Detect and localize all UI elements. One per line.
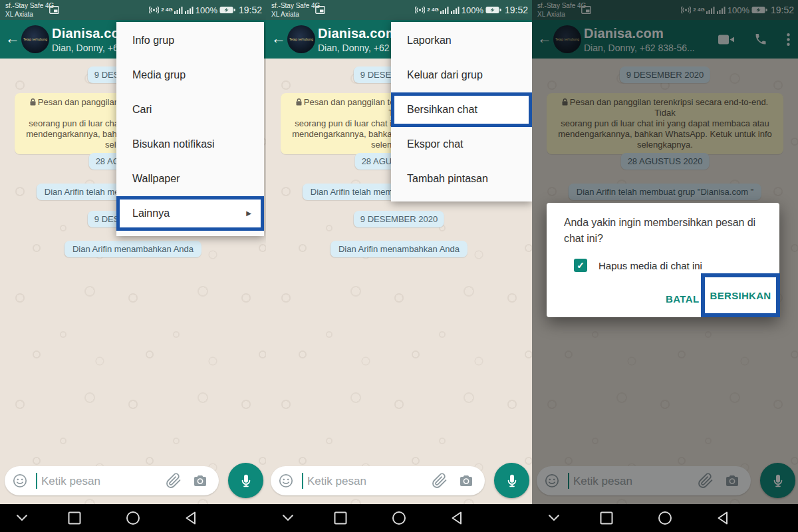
carrier-label: sf.-Stay Safe 4G XL Axiata [5,1,54,19]
sim-indicator: 2 4G [161,7,172,13]
mic-icon [237,472,255,489]
battery-percent: 100% [196,5,217,15]
group-avatar[interactable]: Tetap terhubung [287,25,315,53]
carrier-label: sf.-Stay Safe 4G XL Axiata [271,1,320,19]
menu-item-laporkan[interactable]: Laporkan [391,23,532,58]
dialog-checkbox-row[interactable]: ✓ Hapus media di chat ini [574,259,702,272]
menu-item-label: Lainnya [132,207,170,219]
recents-icon[interactable] [332,510,348,526]
clock: 19:52 [505,5,528,15]
mic-button[interactable] [228,463,263,498]
overflow-menu: Info grup Media grup Cari Bisukan notifi… [116,22,264,236]
screencast-icon [49,6,59,14]
android-navbar [0,504,266,532]
status-bar: sf.-Stay Safe 4G XL Axiata 2 4G 100% 19:… [266,0,532,20]
signal-bars-icon [440,6,449,14]
menu-item-tambah-pintasan[interactable]: Tambah pintasan [391,162,532,196]
back-nav-icon[interactable] [450,510,466,526]
back-arrow-icon[interactable]: ← [271,29,286,48]
lock-icon [30,98,36,106]
signal-bars-icon [185,6,194,14]
submenu-arrow-icon: ▶ [246,200,251,227]
home-icon[interactable] [125,510,141,526]
lock-icon [296,98,302,106]
back-nav-icon[interactable] [716,510,732,526]
screencast-icon [315,6,325,14]
emoji-icon[interactable] [11,472,29,489]
menu-item-cari[interactable]: Cari [116,92,264,127]
recents-icon[interactable] [598,510,614,526]
confirm-highlight-box: BERSIHKAN [701,273,780,317]
more-submenu: Laporkan Keluar dari grup Bersihkan chat… [391,22,532,201]
signal-bars-icon [174,6,183,14]
android-navbar [266,504,532,532]
menu-item-bersihkan-chat[interactable]: Bersihkan chat [391,92,532,127]
text-cursor [36,473,37,489]
hide-nav-icon[interactable] [547,514,561,522]
message-composer[interactable] [5,466,219,495]
menu-item-media-grup[interactable]: Media grup [116,58,264,92]
hotspot-icon [149,5,159,15]
date-chip: 9 DESEMBER 2020 [354,211,444,227]
hide-nav-icon[interactable] [15,514,29,522]
hotspot-icon [415,5,425,15]
screenshot-step-2: sf.-Stay Safe 4G XL Axiata 2 4G 100% 19:… [266,0,532,532]
camera-icon[interactable] [458,473,474,489]
confirm-button[interactable]: BERSIHKAN [710,290,771,301]
android-navbar [532,504,798,532]
avatar-caption: Tetap terhubung [289,37,313,41]
event-chip-added-you: Dian Arifin menambahkan Anda [65,241,201,257]
recents-icon[interactable] [66,510,82,526]
status-icons: 2 4G 100% 19:52 [149,0,262,20]
menu-item-keluar-dari-grup[interactable]: Keluar dari grup [391,58,532,92]
menu-item-bisukan-notifikasi[interactable]: Bisukan notifikasi [116,127,264,162]
signal-bars-icon [451,6,460,14]
event-chip-added-you: Dian Arifin menambahkan Anda [331,241,467,257]
clock: 19:52 [239,5,262,15]
menu-item-wallpaper[interactable]: Wallpaper [116,162,264,196]
text-cursor [302,473,303,489]
group-avatar[interactable]: Tetap terhubung [21,25,49,53]
home-icon[interactable] [391,510,407,526]
avatar-caption: Tetap terhubung [23,37,47,41]
emoji-icon[interactable] [277,472,295,489]
clear-chat-dialog: Anda yakin ingin membersihkan pesan di c… [547,203,779,317]
menu-item-info-grup[interactable]: Info grup [116,23,264,58]
attach-icon[interactable] [166,473,182,489]
back-nav-icon[interactable] [184,510,200,526]
menu-item-lainnya[interactable]: Lainnya ▶ [116,196,264,231]
sim-indicator: 2 4G [427,7,438,13]
mic-icon [503,472,521,489]
message-input[interactable] [40,466,142,497]
battery-icon [485,6,501,14]
camera-icon[interactable] [192,473,208,489]
dialog-message: Anda yakin ingin membersihkan pesan di c… [564,215,774,247]
message-composer[interactable] [271,466,485,495]
status-bar: sf.-Stay Safe 4G XL Axiata 2 4G 100% 19:… [0,0,266,20]
checkbox-checked-icon[interactable]: ✓ [574,259,587,272]
cancel-button[interactable]: BATAL [666,293,700,305]
home-icon[interactable] [657,510,673,526]
back-arrow-icon[interactable]: ← [5,29,20,48]
checkbox-label[interactable]: Hapus media di chat ini [598,260,702,271]
mic-button[interactable] [494,463,529,498]
screenshot-step-3: sf.-Stay Safe 4G XL Axiata 2 4G 100% 19:… [532,0,798,532]
hide-nav-icon[interactable] [281,514,295,522]
status-icons: 2 4G 100% 19:52 [415,0,528,20]
screenshot-step-1: sf.-Stay Safe 4G XL Axiata 2 4G 100% 19:… [0,0,266,532]
menu-item-ekspor-chat[interactable]: Ekspor chat [391,127,532,162]
message-input[interactable] [306,466,408,497]
battery-percent: 100% [462,5,483,15]
attach-icon[interactable] [432,473,448,489]
battery-icon [219,6,235,14]
